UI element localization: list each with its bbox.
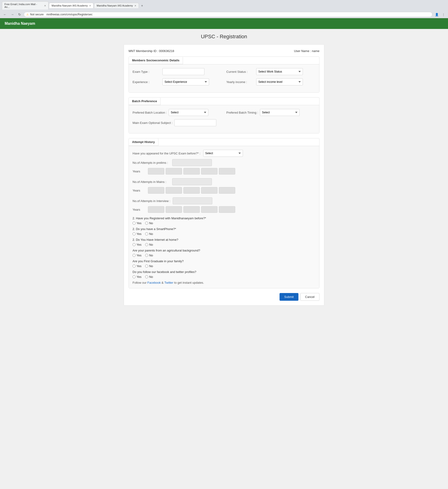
q6-no-radio[interactable] [145, 275, 148, 278]
membership-row: MNT Membership ID : 000636218 User Name … [129, 49, 319, 53]
facebook-link[interactable]: Facebook [147, 281, 161, 284]
tab-1-close[interactable]: ✕ [44, 4, 46, 7]
q5-question: Are you First Graduate in your family? [132, 260, 316, 263]
mains-year-4[interactable] [201, 187, 218, 194]
interview-years-label: Years [132, 208, 147, 211]
btn-row: Submit Cancel [129, 293, 319, 301]
socioeconomic-body: Exam Type : Current Status : Select Work… [129, 64, 319, 92]
socioeconomic-section: Members Socioeconomic Details Exam Type … [129, 57, 319, 93]
interview-year-5[interactable] [219, 206, 235, 213]
q2-question: 2. Do you have a SmartPhone?* [132, 227, 316, 231]
prelims-year-5[interactable] [219, 168, 235, 174]
q2-yes-radio[interactable] [132, 232, 136, 235]
q4-no-radio[interactable] [145, 254, 148, 257]
q1-radio-group: Yes No [132, 221, 316, 225]
q2-no-label: No [149, 232, 153, 236]
tab-2[interactable]: Manidha Naeyam IAS Academy ✕ [49, 3, 94, 8]
mains-input[interactable] [172, 178, 212, 185]
q4-no-item[interactable]: No [145, 254, 153, 257]
mains-years-row: Years [132, 187, 316, 194]
mains-year-3[interactable] [183, 187, 200, 194]
q4-yes-item[interactable]: Yes [132, 254, 141, 257]
current-status-select[interactable]: Select Work Status [256, 68, 303, 75]
interview-year-1[interactable] [148, 206, 164, 213]
optional-subject-input[interactable] [174, 119, 216, 126]
q3-yes-radio[interactable] [132, 243, 136, 246]
interview-year-3[interactable] [183, 206, 200, 213]
prelims-input[interactable] [172, 159, 212, 166]
q1-yes-radio[interactable] [132, 222, 136, 225]
q1-no-item[interactable]: No [145, 221, 153, 225]
q5-yes-label: Yes [137, 264, 141, 268]
batch-location-select[interactable]: Select [169, 109, 208, 116]
q1-yes-item[interactable]: Yes [132, 221, 141, 225]
batch-timing-group: Prefered Batch Timing : Select [226, 109, 316, 116]
mains-year-1[interactable] [148, 187, 164, 194]
profile-button[interactable]: 👤 [434, 12, 440, 17]
menu-button[interactable]: ⋮ [441, 12, 446, 17]
forward-button[interactable]: → [9, 12, 15, 17]
interview-year-4[interactable] [201, 206, 218, 213]
tab-2-close[interactable]: ✕ [89, 4, 91, 7]
yearly-income-select[interactable]: Select income level [256, 78, 303, 85]
q3-yes-item[interactable]: Yes [132, 243, 141, 246]
batch-header: Batch Preference [129, 98, 161, 105]
q6-radio-group: Yes No [132, 275, 316, 278]
address-text: mntfreeias.com/crm/upscRegistersec [46, 13, 92, 16]
tab-1[interactable]: Free Email | India.com Mail - An... ✕ [2, 1, 49, 9]
mains-year-5[interactable] [219, 187, 235, 194]
mains-year-2[interactable] [166, 187, 182, 194]
q6-yes-radio[interactable] [132, 275, 136, 278]
optional-subject-row: Main Exam Optional Subject : [132, 119, 316, 126]
membership-id: MNT Membership ID : 000636218 [129, 49, 174, 53]
q3-no-item[interactable]: No [145, 243, 153, 246]
reload-button[interactable]: ↻ [17, 12, 22, 17]
interview-year-2[interactable] [166, 206, 182, 213]
experience-group: Experience : Select Experience [132, 78, 222, 85]
exam-type-input[interactable] [163, 68, 204, 75]
q3-no-radio[interactable] [145, 243, 148, 246]
address-input[interactable]: ⚠ Not secure mntfreeias.com/crm/upscRegi… [24, 12, 432, 17]
prelims-year-1[interactable] [148, 168, 164, 174]
socioeconomic-header-row: Members Socioeconomic Details [129, 57, 319, 64]
current-status-label: Current Status : [226, 70, 254, 73]
experience-select[interactable]: Select Experience [163, 78, 209, 85]
batch-body: Prefered Batch Location : Select Prefere… [129, 105, 319, 133]
twitter-link[interactable]: Twitter [164, 281, 173, 284]
exam-status-row: Exam Type : Current Status : Select Work… [132, 68, 316, 75]
tab-3[interactable]: Manidha Naeyam IAS Academy ✕ [94, 3, 138, 8]
q6-no-item[interactable]: No [145, 275, 153, 278]
new-tab-button[interactable]: + [139, 3, 145, 9]
and-text: & [162, 281, 164, 284]
tab-3-close[interactable]: ✕ [134, 4, 136, 7]
q4-yes-label: Yes [137, 254, 141, 257]
q2-no-item[interactable]: No [145, 232, 153, 236]
prelims-year-4[interactable] [201, 168, 218, 174]
q5-yes-radio[interactable] [132, 265, 136, 268]
back-button[interactable]: ← [2, 12, 8, 17]
yearly-income-label: Yearly income : [226, 80, 254, 84]
q5-no-item[interactable]: No [145, 264, 153, 268]
q5-yes-item[interactable]: Yes [132, 264, 141, 268]
q6-yes-item[interactable]: Yes [132, 275, 141, 278]
prelims-label: No.of Attempts in prelims : [132, 161, 170, 164]
mains-years-label: Years [132, 189, 147, 192]
experience-label: Experience : [132, 80, 161, 84]
prelims-year-2[interactable] [166, 168, 182, 174]
submit-button[interactable]: Submit [279, 293, 298, 301]
username-label: User Name : name [294, 49, 319, 53]
q2-no-radio[interactable] [145, 232, 148, 235]
prelims-year-3[interactable] [183, 168, 200, 174]
q2-yes-item[interactable]: Yes [132, 232, 141, 236]
batch-timing-select[interactable]: Select [260, 109, 300, 116]
q1-no-label: No [149, 221, 153, 225]
q4-yes-radio[interactable] [132, 254, 136, 257]
interview-input[interactable] [173, 197, 212, 204]
socioeconomic-header: Members Socioeconomic Details [129, 57, 183, 64]
q1-no-radio[interactable] [145, 222, 148, 225]
appeared-select[interactable]: Select [203, 150, 243, 157]
q5-no-radio[interactable] [145, 265, 148, 268]
q6-no-label: No [149, 275, 153, 278]
interview-year-boxes [148, 206, 235, 213]
cancel-button[interactable]: Cancel [300, 293, 319, 301]
